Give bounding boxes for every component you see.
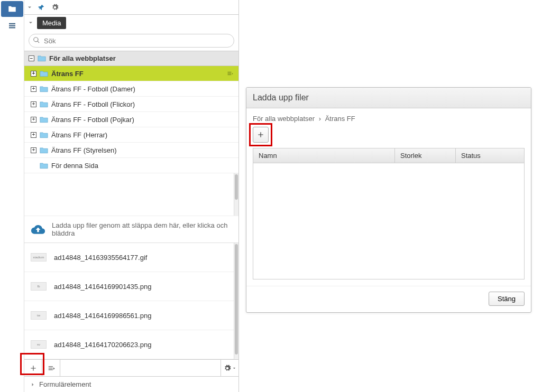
upload-table-body — [253, 163, 525, 279]
expand-icon[interactable]: + — [31, 147, 36, 153]
folder-icon — [38, 55, 46, 62]
file-thumbnail: tw — [31, 311, 47, 320]
chevron-down-icon[interactable] — [26, 4, 33, 11]
dialog-breadcrumb: För alla webbplatser › Ätrans FF — [253, 115, 525, 123]
tree-item-label: Ätrans FF - Fotboll (Flickor) — [51, 100, 135, 108]
tree-item-label: För denna Sida — [51, 162, 98, 170]
highlight-marker — [249, 123, 272, 146]
file-name: ad14848_14164169901435.png — [54, 283, 151, 291]
tree-root-label: För alla webbplatser — [49, 54, 116, 62]
settings-button[interactable] — [221, 360, 238, 377]
highlight-marker — [20, 353, 44, 375]
file-name: ad14848_14164169986561.png — [54, 312, 151, 320]
expand-icon[interactable]: + — [31, 117, 36, 123]
folder-icon — [40, 86, 48, 92]
folder-tree: +Ätrans FF+Ätrans FF - Fotboll (Damer)+Ä… — [24, 66, 238, 173]
file-list: stadiumad14848_14163935564177.giffbad148… — [24, 242, 238, 359]
gear-icon — [224, 365, 231, 372]
collapse-icon[interactable]: − — [29, 55, 34, 61]
folder-icon — [40, 70, 48, 77]
col-name: Namn — [253, 148, 395, 163]
breadcrumb-media[interactable]: Media — [37, 17, 66, 29]
gear-icon[interactable] — [50, 2, 60, 13]
file-thumbnail: fb — [31, 282, 47, 291]
folder-icon — [40, 101, 48, 108]
chevron-right-icon — [30, 381, 36, 388]
search-row — [24, 31, 238, 51]
file-row[interactable]: twad14848_14164169986561.png — [24, 301, 238, 330]
col-size: Storlek — [395, 148, 456, 163]
file-name: ad14848_14163935564177.gif — [54, 254, 147, 262]
search-icon — [33, 36, 40, 44]
accordion-formularelement[interactable]: Formulärelement — [24, 376, 238, 392]
list-options-button[interactable] — [42, 360, 60, 377]
tree-item-label: Ätrans FF (Herrar) — [51, 131, 107, 139]
col-status: Status — [456, 148, 524, 163]
menu-icon[interactable] — [226, 70, 234, 77]
file-name: ad14848_14164170206623.png — [54, 341, 151, 349]
chevron-down-icon[interactable] — [27, 20, 34, 26]
tree-item[interactable]: +Ätrans FF - Fotboll (Pojkar) — [24, 112, 238, 127]
folder-icon — [40, 147, 48, 154]
tree-item-label: Ätrans FF - Fotboll (Pojkar) — [51, 116, 134, 124]
search-input[interactable] — [29, 34, 234, 48]
tree-item-label: Ätrans FF (Styrelsen) — [51, 146, 117, 154]
upload-hint-text: Ladda upp filer genom att släppa dem här… — [52, 221, 232, 237]
upload-hint[interactable]: Ladda upp filer genom att släppa dem här… — [24, 216, 238, 242]
pin-icon[interactable] — [36, 2, 47, 13]
file-row[interactable]: svad14848_14164170206623.png — [24, 330, 238, 359]
tree-item[interactable]: +Ätrans FF (Herrar) — [24, 127, 238, 143]
bottom-toolbar — [24, 359, 238, 376]
icon-rail — [0, 0, 24, 392]
tree-item[interactable]: +Ätrans FF (Styrelsen) — [24, 143, 238, 158]
upload-dialog: Ladda upp filer För alla webbplatser › Ä… — [246, 87, 531, 313]
close-button[interactable]: Stäng — [489, 292, 525, 306]
expand-icon[interactable]: + — [31, 71, 36, 77]
tree-root[interactable]: − För alla webbplatser — [24, 51, 238, 66]
cloud-upload-icon — [31, 223, 45, 235]
folder-icon — [40, 116, 48, 123]
rail-list-icon[interactable] — [1, 18, 23, 34]
folder-icon — [40, 132, 48, 138]
file-thumbnail: sv — [31, 340, 47, 349]
upload-table-header: Namn Storlek Status — [253, 148, 525, 163]
expand-icon[interactable]: + — [31, 101, 36, 107]
file-thumbnail: stadium — [31, 253, 47, 262]
accordion-label: Formulärelement — [39, 380, 91, 388]
file-row[interactable]: stadiumad14848_14163935564177.gif — [24, 243, 238, 272]
dialog-title: Ladda upp filer — [246, 88, 531, 108]
rail-folder-icon[interactable] — [1, 1, 23, 17]
tree-item-label: Ätrans FF - Fotboll (Damer) — [51, 85, 135, 93]
tree-item-label: Ätrans FF — [51, 70, 84, 78]
folder-icon — [40, 162, 48, 169]
expand-icon[interactable]: + — [31, 86, 36, 92]
tree-item[interactable]: +Ätrans FF - Fotboll (Flickor) — [24, 97, 238, 112]
tree-item[interactable]: +Ätrans FF - Fotboll (Damer) — [24, 81, 238, 97]
expand-icon[interactable]: + — [31, 132, 36, 138]
lines-icon — [48, 365, 55, 372]
tree-item[interactable]: +För denna Sida — [24, 158, 238, 173]
media-panel: Media − För alla webbplatser +Ätrans FF+… — [24, 0, 239, 392]
panel-top-bar — [24, 0, 238, 15]
file-row[interactable]: fbad14848_14164169901435.png — [24, 272, 238, 301]
breadcrumb: Media — [24, 15, 238, 31]
tree-item[interactable]: +Ätrans FF — [24, 66, 238, 81]
